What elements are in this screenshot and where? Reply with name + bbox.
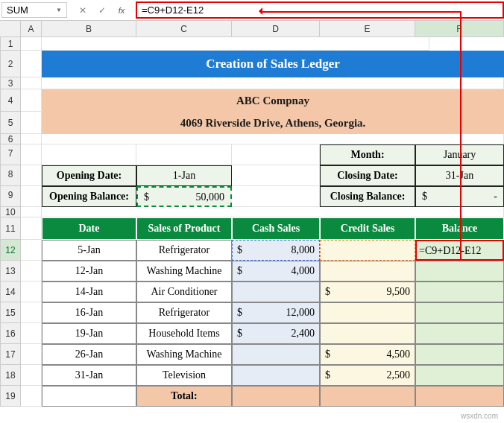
cell[interactable] <box>21 51 42 77</box>
row-header-1[interactable]: 1 <box>0 37 21 51</box>
cell[interactable] <box>42 144 136 165</box>
table-cell-product[interactable]: Refrigerator <box>136 302 232 323</box>
cell[interactable] <box>232 144 320 165</box>
row-header-9[interactable]: 9 <box>0 186 21 207</box>
total-cash[interactable] <box>232 386 320 407</box>
cell[interactable] <box>21 282 42 302</box>
table-cell-cash[interactable]: $12,000 <box>232 302 320 323</box>
row-header-14[interactable]: 14 <box>0 282 21 302</box>
total-spacer[interactable] <box>42 386 136 407</box>
cell[interactable] <box>42 77 504 89</box>
cancel-icon[interactable]: ✕ <box>75 5 91 16</box>
accept-icon[interactable]: ✓ <box>94 5 110 16</box>
cell[interactable] <box>21 386 42 407</box>
table-cell-credit[interactable]: $9,500 <box>320 282 415 302</box>
table-cell-balance[interactable] <box>415 282 504 302</box>
table-cell-credit[interactable]: $4,500 <box>320 344 415 365</box>
table-cell-cash[interactable]: $8,000 <box>232 240 320 261</box>
row-header-19[interactable]: 19 <box>0 386 21 407</box>
col-header-d[interactable]: D <box>232 21 320 36</box>
table-cell-product[interactable]: Refrigerator <box>136 240 232 261</box>
cell[interactable] <box>21 134 42 144</box>
col-header-a[interactable]: A <box>21 21 42 36</box>
table-cell-date[interactable]: 26-Jan <box>42 344 136 365</box>
table-cell-credit[interactable]: $2,500 <box>320 365 415 386</box>
name-box[interactable]: SUM ▼ <box>1 2 67 18</box>
opening-balance-value[interactable]: $ 50,000 <box>136 186 232 207</box>
cell[interactable] <box>21 112 42 134</box>
cell[interactable] <box>232 165 320 186</box>
row-header-6[interactable]: 6 <box>0 134 21 144</box>
table-cell-cash[interactable]: $2,400 <box>232 323 320 344</box>
table-cell-product[interactable]: Washing Machine <box>136 344 232 365</box>
table-cell-date[interactable]: 31-Jan <box>42 365 136 386</box>
cell[interactable] <box>21 323 42 344</box>
table-cell-cash[interactable] <box>232 344 320 365</box>
cell[interactable] <box>21 186 42 207</box>
cell[interactable] <box>21 261 42 282</box>
row-header-17[interactable]: 17 <box>0 344 21 365</box>
row-header-10[interactable]: 10 <box>0 207 21 217</box>
table-cell-date[interactable]: 19-Jan <box>42 323 136 344</box>
fx-icon[interactable]: fx <box>113 6 130 15</box>
total-balance[interactable] <box>415 386 504 407</box>
cell[interactable] <box>21 89 42 112</box>
table-cell-balance[interactable] <box>415 365 504 386</box>
row-header-3[interactable]: 3 <box>0 77 21 89</box>
table-cell-date[interactable]: 14-Jan <box>42 282 136 302</box>
row-header-12[interactable]: 12 <box>0 240 21 261</box>
table-cell-credit[interactable] <box>320 323 415 344</box>
col-header-e[interactable]: E <box>320 21 415 36</box>
row-header-8[interactable]: 8 <box>0 165 21 186</box>
table-cell-product[interactable]: Air Conditioner <box>136 282 232 302</box>
cell[interactable] <box>21 144 42 165</box>
cell[interactable] <box>21 77 42 89</box>
closing-date-label: Closing Date: <box>320 165 415 186</box>
formula-input[interactable]: =C9+D12-E12 <box>136 1 504 19</box>
row-header-18[interactable]: 18 <box>0 365 21 386</box>
table-cell-date[interactable]: 16-Jan <box>42 302 136 323</box>
row-header-11[interactable]: 11 <box>0 217 21 240</box>
cell[interactable] <box>21 165 42 186</box>
table-cell-cash[interactable] <box>232 365 320 386</box>
total-credit[interactable] <box>320 386 415 407</box>
cell[interactable] <box>42 207 504 217</box>
cell[interactable] <box>42 134 504 144</box>
cell[interactable] <box>21 217 42 240</box>
col-header-c[interactable]: C <box>136 21 232 36</box>
table-cell-cash[interactable] <box>232 282 320 302</box>
select-all-corner[interactable] <box>0 21 21 36</box>
cell[interactable] <box>21 240 42 261</box>
row-header-15[interactable]: 15 <box>0 302 21 323</box>
opening-date-value[interactable]: 1-Jan <box>136 165 232 186</box>
table-cell-credit[interactable] <box>320 240 415 261</box>
row-header-7[interactable]: 7 <box>0 144 21 165</box>
table-cell-credit[interactable] <box>320 302 415 323</box>
table-cell-credit[interactable] <box>320 261 415 282</box>
table-cell-product[interactable]: Household Items <box>136 323 232 344</box>
table-cell-balance[interactable] <box>415 323 504 344</box>
table-cell-date[interactable]: 5-Jan <box>42 240 136 261</box>
col-header-b[interactable]: B <box>42 21 136 36</box>
table-cell-cash[interactable]: $4,000 <box>232 261 320 282</box>
cell[interactable] <box>136 144 232 165</box>
cell[interactable] <box>21 344 42 365</box>
row-header-5[interactable]: 5 <box>0 112 21 134</box>
table-cell-balance[interactable] <box>415 302 504 323</box>
cell[interactable] <box>21 302 42 323</box>
row-header-16[interactable]: 16 <box>0 323 21 344</box>
chevron-down-icon[interactable]: ▼ <box>56 7 62 13</box>
cell[interactable] <box>21 37 42 51</box>
cell[interactable] <box>21 207 42 217</box>
table-cell-date[interactable]: 12-Jan <box>42 261 136 282</box>
cell[interactable] <box>21 365 42 386</box>
table-cell-product[interactable]: Television <box>136 365 232 386</box>
cell[interactable] <box>232 186 320 207</box>
row-header-2[interactable]: 2 <box>0 51 21 77</box>
row-header-13[interactable]: 13 <box>0 261 21 282</box>
table-cell-balance[interactable] <box>415 344 504 365</box>
cell[interactable] <box>42 37 429 51</box>
row-header-4[interactable]: 4 <box>0 89 21 112</box>
table-cell-product[interactable]: Washing Machine <box>136 261 232 282</box>
table-cell-balance[interactable] <box>415 261 504 282</box>
